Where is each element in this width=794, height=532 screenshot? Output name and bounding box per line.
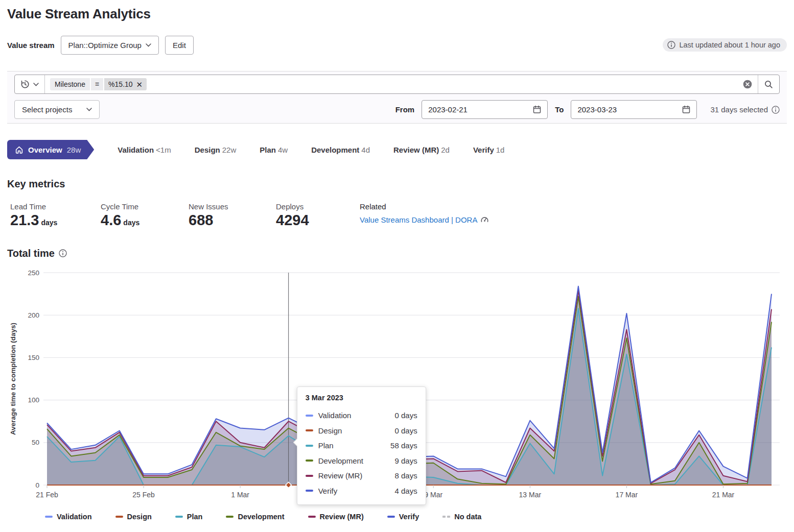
tooltip-series-value: 8 days	[394, 471, 417, 480]
legend-swatch	[45, 516, 53, 518]
to-date-input[interactable]	[577, 105, 682, 114]
stage-value: 2d	[441, 146, 450, 154]
chevron-down-icon	[33, 83, 39, 86]
metric-deploys: Deploys4294	[276, 202, 360, 229]
stage-label: Validation	[118, 146, 154, 154]
tooltip-title: 3 Mar 2023	[306, 394, 417, 402]
legend-item-development[interactable]: Development	[226, 513, 284, 521]
stage-value: 4d	[361, 146, 370, 154]
value-stream-dropdown[interactable]: Plan::Optimize Group	[61, 36, 159, 55]
metric-new-issues: New Issues688	[189, 202, 276, 229]
to-label: To	[555, 105, 564, 114]
tab-design[interactable]: Design22w	[195, 146, 237, 154]
filter-search-input[interactable]	[151, 80, 732, 89]
calendar-icon[interactable]	[682, 105, 690, 114]
tab-validation[interactable]: Validation<1m	[118, 146, 171, 154]
tooltip-series-value: 9 days	[394, 456, 417, 465]
metric-label: Deploys	[276, 202, 360, 211]
select-projects-dropdown[interactable]: Select projects	[14, 100, 100, 119]
metric-value: 688	[189, 212, 276, 229]
legend-item-review-mr[interactable]: Review (MR)	[308, 513, 364, 521]
stage-value: 1d	[496, 146, 505, 154]
filter-bar: Milestone = %15.10 ✕	[7, 71, 787, 124]
tab-overview[interactable]: Overview 28w	[7, 140, 94, 159]
chart-tooltip: 3 Mar 2023 Validation0 daysDesign0 daysP…	[297, 386, 426, 505]
series-swatch	[306, 460, 313, 462]
metric-lead-time: Lead Time21.3days	[10, 202, 101, 229]
tab-review-mr[interactable]: Review (MR)2d	[393, 146, 450, 154]
legend-item-plan[interactable]: Plan	[175, 513, 203, 521]
tab-verify[interactable]: Verify1d	[473, 146, 505, 154]
stage-label: Verify	[473, 146, 494, 154]
calendar-icon[interactable]	[533, 105, 541, 114]
value-stream-selected: Plan::Optimize Group	[68, 41, 142, 50]
legend-swatch	[308, 516, 316, 518]
metric-unit: days	[123, 219, 139, 227]
search-icon	[764, 80, 773, 89]
x-tick-label: 21 Mar	[712, 491, 735, 499]
y-tick-label: 200	[28, 311, 39, 319]
tooltip-series-name: Review (MR)	[318, 471, 390, 480]
milestone-filter-token[interactable]: Milestone = %15.10 ✕	[50, 78, 147, 90]
clear-search-button[interactable]	[737, 75, 758, 93]
info-icon	[772, 106, 780, 114]
legend-swatch	[387, 516, 395, 518]
search-history-dropdown[interactable]	[15, 75, 45, 93]
legend-label: Validation	[57, 513, 92, 521]
y-tick-label: 250	[28, 269, 39, 276]
tooltip-series-value: 4 days	[394, 487, 417, 495]
tooltip-row: Validation0 days	[306, 408, 417, 423]
legend-swatch	[115, 516, 123, 518]
search-button[interactable]	[758, 75, 779, 93]
token-close-icon[interactable]: ✕	[136, 81, 143, 88]
related-links: Related Value Streams Dashboard | DORA	[360, 202, 489, 229]
from-date-input[interactable]	[428, 105, 533, 114]
x-tick-label: 17 Mar	[616, 491, 638, 499]
legend-label: Development	[238, 513, 284, 521]
key-metrics-row: Lead Time21.3daysCycle Time4.6daysNew Is…	[7, 202, 787, 229]
legend-label: Design	[127, 513, 152, 521]
series-swatch	[306, 475, 313, 477]
legend-item-validation[interactable]: Validation	[45, 513, 92, 521]
y-tick-label: 50	[32, 439, 39, 446]
y-axis-title: Average time to completion (days)	[9, 323, 17, 435]
series-swatch	[306, 445, 313, 447]
legend-label: Plan	[187, 513, 203, 521]
metric-label: Cycle Time	[101, 202, 189, 211]
series-swatch	[306, 429, 313, 431]
related-label: Related	[360, 202, 489, 211]
metric-label: New Issues	[189, 202, 276, 211]
stage-value: <1m	[156, 146, 171, 154]
tooltip-row: Review (MR)8 days	[306, 468, 417, 483]
metric-number: 4294	[276, 212, 309, 229]
legend-item-design[interactable]: Design	[115, 513, 152, 521]
total-time-heading: Total time	[7, 248, 787, 259]
tab-development[interactable]: Development4d	[311, 146, 370, 154]
metric-value: 4294	[276, 212, 360, 229]
stage-label: Development	[311, 146, 359, 154]
key-metrics-heading: Key metrics	[7, 178, 787, 190]
chevron-down-icon	[86, 108, 92, 111]
x-tick-label: 13 Mar	[519, 491, 542, 499]
tooltip-series-name: Development	[318, 456, 390, 465]
legend-item-no-data[interactable]: No data	[442, 513, 481, 521]
x-tick-label: 1 Mar	[231, 491, 249, 499]
metric-cycle-time: Cycle Time4.6days	[101, 202, 189, 229]
edit-button[interactable]: Edit	[165, 36, 194, 55]
info-icon	[667, 41, 675, 49]
info-icon[interactable]	[59, 249, 67, 257]
stage-label: Review (MR)	[393, 146, 439, 154]
token-value: %15.10	[108, 80, 132, 88]
stage-label: Plan	[260, 146, 276, 154]
tab-plan[interactable]: Plan4w	[260, 146, 288, 154]
tooltip-series-value: 58 days	[390, 441, 417, 450]
value-stream-controls: Value stream Plan::Optimize Group Edit L…	[7, 35, 787, 55]
legend-label: Verify	[399, 513, 419, 521]
value-streams-dashboard-link[interactable]: Value Streams Dashboard | DORA	[360, 215, 489, 224]
dashboard-gauge-icon	[480, 215, 489, 224]
legend-item-verify[interactable]: Verify	[387, 513, 419, 521]
chevron-down-icon	[146, 43, 151, 47]
legend-label: Review (MR)	[320, 513, 364, 521]
history-icon	[20, 80, 30, 89]
metric-number: 21.3	[10, 212, 39, 229]
